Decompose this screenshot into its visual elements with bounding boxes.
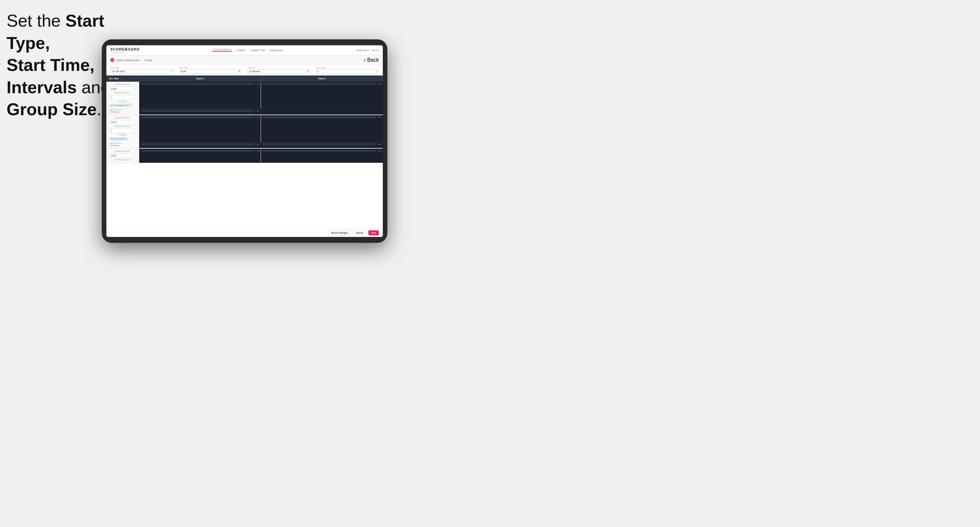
remove-group-1[interactable]: Remove Group xyxy=(109,109,136,111)
group-3-right: ✕ ⊞ ✕ ⊞ xyxy=(139,149,383,163)
group-3-team2-cell1: ✕ ⊞ xyxy=(261,149,383,163)
nav-links: TOURNAMENTS TEAMS COMMITTEE RANKINGS xyxy=(212,49,283,52)
expand-icon-2[interactable]: ⊞ xyxy=(380,83,381,85)
expand-icon-8[interactable]: ⊞ xyxy=(258,150,259,152)
logo-sub: Powered by clippd xyxy=(110,51,140,53)
intervals-select[interactable]: 10 Minutes ⏱ xyxy=(247,69,310,73)
group-1-team-row-1: ✕ ⊞ ✕ ⊞ xyxy=(139,82,383,108)
save-button[interactable]: Save xyxy=(368,230,379,235)
remove-course-x[interactable]: ✕ xyxy=(129,104,130,106)
tablet-screen: SCOREBOARD Powered by clippd TOURNAMENTS… xyxy=(107,45,383,237)
chevron-down-icon-2: ▼ xyxy=(375,71,377,73)
group-size-value: 3 xyxy=(318,70,319,73)
start-type-label: Start Type xyxy=(110,67,174,68)
group-3: STARTING TIME: 10:20 ⏱ STARTING HOLE: xyxy=(107,149,383,163)
close-icon-9[interactable]: ✕ xyxy=(377,150,379,152)
starting-time-input-3[interactable]: 10:20 ⏱ xyxy=(109,154,136,158)
group-1-team2-empty xyxy=(261,109,383,114)
instruction-text: Set the Start Type, Start Time, Interval… xyxy=(6,10,111,121)
table-header: Tee Time Team 1 Team 2 xyxy=(107,75,383,82)
breadcrumb-icon: C xyxy=(110,58,114,62)
cell-actions-6: ✕ ⊞ xyxy=(255,143,259,145)
remove-group-2[interactable]: Remove Group xyxy=(109,142,136,144)
expand-icon-6[interactable]: ⊞ xyxy=(258,143,259,145)
group-1-right: ✕ ⊞ ✕ ⊞ xyxy=(139,82,383,114)
group-2-right: ✕ ⊞ ✕ ⊞ xyxy=(139,115,383,148)
sign-out-link[interactable]: Sign out xyxy=(372,49,379,51)
close-icon-3[interactable]: ✕ xyxy=(255,110,257,112)
start-time-group: Start Time 10:00 ⏱ xyxy=(179,67,242,73)
tablet-frame: SCOREBOARD Powered by clippd TOURNAMENTS… xyxy=(102,40,387,243)
group-1-row: STARTING TIME: 10:00 ⏱ STARTING HOLE: 1 … xyxy=(107,82,383,115)
cancel-button[interactable]: Cancel xyxy=(353,230,366,235)
add-group-2[interactable]: + Add Group xyxy=(109,144,136,146)
starting-time-input-2[interactable]: 10:10 ⏱ xyxy=(109,120,136,124)
starting-time-input-1[interactable]: 10:00 ⏱ xyxy=(109,87,136,91)
clock-icon-5: ⏱ xyxy=(133,155,135,157)
add-group-1[interactable]: + Add Group xyxy=(109,111,136,113)
expand-icon-5[interactable]: ⊞ xyxy=(380,116,381,119)
team-input-bar-3 xyxy=(141,110,254,112)
close-icon-6[interactable]: ✕ xyxy=(255,143,257,145)
clock-icon: ⏱ xyxy=(238,70,240,73)
group-2-row: STARTING TIME: 10:10 ⏱ STARTING HOLE: 1 … xyxy=(107,115,383,148)
group-1-team2-cell1: ✕ ⊞ xyxy=(261,82,383,108)
team-input-bar-4 xyxy=(141,116,254,119)
clock-icon-4: ⏱ xyxy=(133,121,135,123)
expand-icon-4[interactable]: ⊞ xyxy=(258,116,259,119)
starting-time-label-1: STARTING TIME: xyxy=(109,83,136,85)
nav-bar: SCOREBOARD Powered by clippd TOURNAMENTS… xyxy=(107,45,383,56)
starting-hole-input-2[interactable]: 1 ⇅ xyxy=(109,129,136,133)
expand-icon[interactable]: ⊞ xyxy=(258,83,259,85)
nav-logo: SCOREBOARD Powered by clippd xyxy=(110,47,140,53)
group-2-left: STARTING TIME: 10:10 ⏱ STARTING HOLE: 1 … xyxy=(107,115,139,148)
nav-tournaments[interactable]: TOURNAMENTS xyxy=(212,49,232,52)
group-1-team1-cell1: ✕ ⊞ xyxy=(139,82,261,108)
starting-hole-input-1[interactable]: 1 ⇅ xyxy=(109,95,136,99)
start-type-value: 1st Tee Start xyxy=(112,70,125,73)
group-size-select[interactable]: 3 ▼ xyxy=(316,69,379,73)
breadcrumb-section: Hosting xyxy=(145,59,152,61)
close-icon-5[interactable]: ✕ xyxy=(377,116,379,119)
group-2-course-row: ✕ ⊞ ✕ ⊞ xyxy=(139,142,383,148)
header-tee-time: Tee Time xyxy=(107,75,139,82)
start-type-select[interactable]: 1st Tee Start ▼ xyxy=(110,69,174,73)
group-1-team1-course: ✕ ⊞ xyxy=(139,109,261,114)
header-team1: Team 1 xyxy=(139,75,261,82)
clock-icon-3: ⏱ xyxy=(133,88,135,90)
group-3-row: STARTING TIME: 10:20 ⏱ STARTING HOLE: xyxy=(107,149,383,163)
close-icon[interactable]: ✕ xyxy=(255,83,257,85)
header-team2: Team 2 xyxy=(261,75,383,82)
close-icon-8[interactable]: ✕ xyxy=(255,150,257,152)
remove-course-x-2[interactable]: ✕ xyxy=(126,138,127,140)
close-icon-7[interactable]: ✕ xyxy=(377,143,379,145)
start-time-label: Start Time xyxy=(179,67,242,68)
start-time-value: 10:00 xyxy=(181,70,186,73)
nav-committee[interactable]: COMMITTEE xyxy=(250,49,265,51)
team-input-bar-9 xyxy=(262,150,376,152)
group-size-label: Group Size xyxy=(316,67,379,68)
expand-icon-9[interactable]: ⊞ xyxy=(380,150,381,152)
chevron-down-icon: ▼ xyxy=(170,71,172,73)
group-2-team1-cell1: ✕ ⊞ xyxy=(139,115,261,142)
cell-actions-5: ✕ ⊞ xyxy=(377,116,381,119)
expand-icon-3[interactable]: ⊞ xyxy=(258,110,259,112)
reset-button[interactable]: Reset Changes xyxy=(328,230,351,235)
start-time-select[interactable]: 10:00 ⏱ xyxy=(179,69,242,73)
close-icon-4[interactable]: ✕ xyxy=(255,116,257,119)
footer-bar: Reset Changes Cancel Save xyxy=(107,229,383,237)
group-3-team1-cell1: ✕ ⊞ xyxy=(139,149,261,163)
back-link[interactable]: ‹ Back xyxy=(364,57,379,63)
course-label-1: COURSE: xyxy=(109,100,136,102)
starting-time-label-3: STARTING TIME: xyxy=(109,150,136,152)
cell-actions-4: ✕ ⊞ xyxy=(255,116,259,119)
expand-icon-7[interactable]: ⊞ xyxy=(380,143,381,145)
close-icon-2[interactable]: ✕ xyxy=(377,83,379,85)
intervals-label: Intervals xyxy=(247,67,310,68)
team-input-bar-6 xyxy=(141,143,254,145)
nav-rankings[interactable]: RANKINGS xyxy=(270,49,283,51)
team-input-bar xyxy=(141,83,254,85)
breadcrumb-tournament[interactable]: Clippd Invitational (Me) xyxy=(116,59,140,61)
nav-teams[interactable]: TEAMS xyxy=(237,49,246,51)
team-input-bar-5 xyxy=(262,116,376,119)
